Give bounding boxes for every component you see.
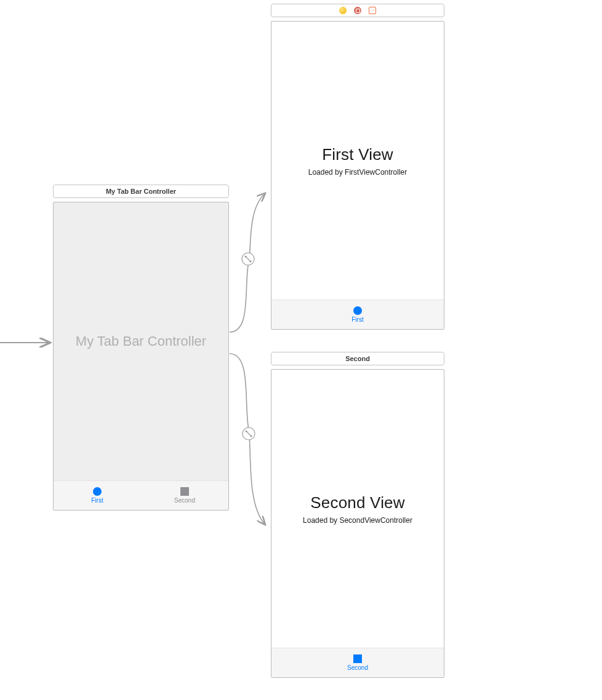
tab-item-first[interactable]: First — [271, 300, 444, 329]
svg-line-0 — [246, 257, 251, 261]
circle-icon — [353, 306, 362, 315]
placeholder-text: My Tab Bar Controller — [76, 333, 206, 349]
segue-badge-first[interactable] — [242, 253, 254, 265]
tab-item-first[interactable]: First — [54, 481, 141, 510]
svg-line-3 — [246, 431, 251, 436]
view-subtitle: Loaded by SecondViewController — [303, 516, 412, 525]
scene-title-icons — [339, 6, 377, 15]
exit-icon[interactable] — [368, 6, 377, 15]
tab-bar[interactable]: Second — [271, 648, 444, 677]
tab-label: First — [91, 497, 103, 504]
first-view-canvas[interactable]: First View Loaded by FirstViewController… — [271, 21, 444, 330]
tab-bar-controller-scene[interactable]: My Tab Bar Controller My Tab Bar Control… — [53, 185, 229, 511]
view-subtitle: Loaded by FirstViewController — [308, 168, 407, 177]
tab-bar[interactable]: First — [271, 300, 444, 329]
view-heading: First View — [322, 145, 393, 164]
square-icon — [180, 487, 189, 496]
second-view-canvas[interactable]: Second View Loaded by SecondViewControll… — [271, 369, 444, 678]
tab-item-second[interactable]: Second — [141, 481, 228, 510]
svg-point-1 — [244, 255, 246, 257]
first-responder-icon[interactable] — [353, 6, 362, 15]
content-area: First View Loaded by FirstViewController — [271, 22, 444, 300]
xcode-yellow-icon[interactable] — [339, 6, 347, 15]
second-view-scene[interactable]: Second Second View Loaded by SecondViewC… — [271, 352, 444, 678]
svg-point-4 — [245, 430, 247, 432]
segue-badge-second[interactable] — [243, 428, 255, 440]
tab-label: Second — [174, 497, 195, 504]
circle-icon — [93, 487, 102, 496]
segue-to-first[interactable] — [230, 194, 265, 332]
square-icon — [353, 654, 362, 663]
first-view-scene[interactable]: First View Loaded by FirstViewController… — [271, 4, 444, 330]
tab-item-second[interactable]: Second — [271, 648, 444, 677]
tab-label: First — [351, 316, 363, 323]
svg-point-2 — [249, 260, 251, 262]
tab-label: Second — [347, 664, 368, 671]
scene-title: Second — [345, 355, 370, 362]
content-area: Second View Loaded by SecondViewControll… — [271, 370, 444, 648]
scene-title: My Tab Bar Controller — [106, 188, 176, 195]
view-heading: Second View — [310, 493, 405, 512]
scene-title-bar[interactable] — [271, 4, 444, 17]
svg-point-5 — [250, 435, 252, 437]
placeholder-area: My Tab Bar Controller — [54, 202, 228, 480]
tab-bar-controller-canvas[interactable]: My Tab Bar Controller First Second — [53, 202, 229, 511]
segue-to-second[interactable] — [230, 354, 265, 524]
scene-title-bar[interactable]: Second — [271, 352, 444, 365]
tab-bar[interactable]: First Second — [54, 480, 228, 510]
scene-title-bar[interactable]: My Tab Bar Controller — [53, 185, 229, 198]
